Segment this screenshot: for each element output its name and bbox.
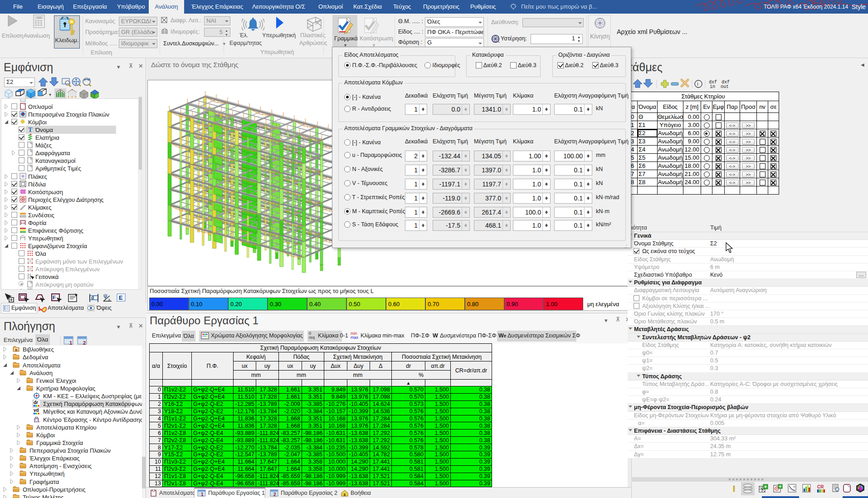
svg-text:1: 1	[69, 340, 72, 346]
svg-text:123: 123	[37, 16, 42, 19]
svg-text:▾: ▾	[49, 92, 51, 97]
svg-text:T: T	[28, 127, 33, 133]
svg-text:dr: dr	[34, 400, 38, 405]
svg-text:2: 2	[273, 492, 276, 497]
svg-text:in: in	[710, 84, 715, 89]
svg-text:i: i	[733, 484, 735, 493]
svg-text:F: F	[53, 295, 56, 300]
svg-text:s: s	[108, 298, 110, 302]
svg-text:1: 1	[201, 492, 204, 497]
svg-text:B: B	[15, 348, 18, 352]
svg-text:E: E	[119, 294, 123, 301]
svg-text:i: i	[697, 81, 698, 87]
svg-text:CR: CR	[817, 484, 824, 489]
svg-text:vd: vd	[34, 408, 39, 413]
svg-text:2: 2	[83, 340, 86, 346]
svg-text:d: d	[91, 295, 94, 300]
svg-text:N: N	[793, 485, 795, 488]
svg-text:out: out	[721, 84, 729, 89]
